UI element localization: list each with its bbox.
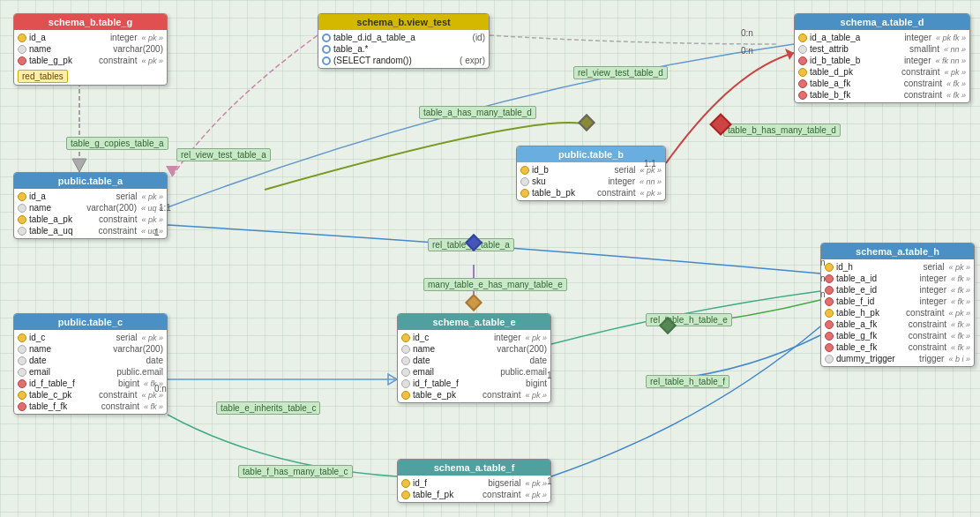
col-type: serial	[615, 165, 636, 175]
col-type: integer	[904, 56, 931, 65]
col-name: table_e_id	[836, 285, 916, 295]
col-type: public.email	[116, 367, 163, 377]
table-public_table_b: public.table_bid_bserial« pk »skuinteger…	[516, 146, 666, 201]
col-type: constraint	[909, 319, 946, 329]
col-badge: « fk »	[951, 332, 970, 341]
col-type: constraint	[904, 79, 942, 88]
label-0n-2: 0:n	[741, 46, 753, 56]
table-row: emailpublic.email	[398, 366, 550, 378]
col-icon-pk	[520, 189, 529, 198]
table-row: id_f_table_fbigint	[398, 378, 550, 389]
col-icon-circle-o	[322, 56, 331, 65]
col-type: constraint	[483, 390, 520, 400]
col-badge: « pk fk »	[936, 34, 966, 42]
col-icon-fk	[798, 79, 807, 88]
col-type: constraint	[906, 308, 944, 318]
col-type: constraint	[101, 401, 139, 411]
col-type: (id)	[473, 33, 485, 42]
label-table-f-has-many-table-c: table_f_has_many_table_c	[238, 465, 353, 478]
table-row: table_g_fkconstraint« fk »	[821, 330, 974, 341]
col-type: bigserial	[488, 478, 520, 488]
col-name: table_c_pk	[29, 390, 96, 400]
col-name: table_d.id_a_table_a	[333, 33, 470, 42]
col-type: integer	[919, 296, 946, 306]
col-badge: « fk »	[951, 297, 970, 306]
table-row: id_bserial« pk »	[517, 164, 665, 176]
table-row: namevarchar(200)« uq »	[14, 202, 167, 214]
col-badge: « pk »	[141, 56, 163, 65]
col-type: date	[530, 356, 547, 365]
col-icon-none	[401, 356, 410, 365]
label-table-e-inherits-table-c: table_e_inherits_table_c	[216, 401, 320, 415]
col-type: constraint	[597, 188, 635, 198]
col-icon-fk	[825, 297, 834, 306]
col-name: table_g_fk	[836, 331, 906, 341]
col-icon-none	[401, 368, 410, 377]
table-row: id_a_table_ainteger« pk fk »	[795, 32, 969, 43]
table-row: id_cserial« pk »	[14, 332, 167, 343]
col-type: constraint	[99, 214, 137, 224]
col-name: id_c	[413, 333, 491, 342]
col-type: bigint	[118, 378, 139, 388]
col-icon-pk	[520, 166, 529, 175]
label-0n-c: 0:n	[154, 384, 167, 393]
col-badge: « fk nn »	[935, 56, 966, 65]
col-name: table_h_pk	[836, 308, 903, 318]
table-row: table_b_fkconstraint« fk »	[795, 89, 969, 101]
col-type: varchar(200)	[113, 44, 163, 54]
col-type: smallint	[909, 44, 939, 54]
col-type: integer	[904, 33, 931, 42]
col-name: name	[413, 344, 494, 354]
label-1-e: 1	[547, 371, 552, 380]
table-row: id_ainteger« pk »	[14, 32, 167, 43]
col-icon-fk	[18, 402, 26, 411]
table-row: table_e_idinteger« fk »	[821, 284, 974, 296]
col-type: varchar(200)	[497, 344, 547, 354]
col-type: integer	[608, 176, 635, 186]
label-table-b-has-many-table-d: table_b_has_many_table_d	[723, 124, 841, 137]
col-name: test_attrib	[810, 44, 907, 54]
label-rel-view-test-table-a: rel_view_test_table_a	[176, 148, 271, 161]
col-badge: « pk »	[948, 263, 970, 272]
table-row: namevarchar(200)	[398, 343, 550, 355]
col-name: table_g_pk	[29, 56, 96, 65]
table-row: id_hserial« pk »	[821, 261, 974, 273]
table-schema_b_table_g: schema_b.table_gid_ainteger« pk »namevar…	[13, 13, 168, 86]
col-name: (SELECT random())	[333, 56, 457, 65]
col-badge: « uq »	[141, 227, 163, 236]
table-header-schema_a_table_d: schema_a.table_d	[795, 14, 969, 30]
table-schema_a_table_e: schema_a.table_eid_cinteger« pk »namevar…	[397, 313, 551, 403]
col-badge: « fk »	[951, 286, 970, 295]
col-name: id_b	[532, 165, 612, 175]
col-icon-fk	[825, 286, 834, 295]
table-row: table_e_fkconstraint« fk »	[821, 341, 974, 353]
col-icon-pk	[798, 34, 807, 42]
col-name: sku	[532, 176, 605, 186]
table-public_table_c: public.table_cid_cserial« pk »namevarcha…	[13, 313, 168, 415]
col-name: table_f_fk	[29, 401, 99, 411]
col-icon-pk	[825, 263, 834, 272]
col-type: trigger	[919, 354, 944, 363]
col-name: id_a	[29, 191, 114, 201]
table-row: table_a_fkconstraint« fk »	[795, 78, 969, 89]
col-icon-fk	[825, 343, 834, 352]
table-row: id_f_table_fbigint« fk »	[14, 378, 167, 389]
col-name: table_a_pk	[29, 214, 96, 224]
table-row: table_a_uqconstraint« uq »	[14, 225, 167, 236]
col-name: table_f_pk	[413, 490, 480, 499]
label-n-h2: n	[820, 273, 826, 283]
label-table-g-copies-table-a: table_g_copies_table_a	[66, 137, 168, 150]
col-type: ( expr)	[460, 56, 485, 65]
col-badge: « pk »	[948, 309, 970, 318]
col-name: id_a	[29, 33, 108, 42]
col-badge: « pk »	[525, 491, 547, 499]
col-icon-fk	[825, 320, 834, 329]
label-1-1-b: 1:1	[644, 159, 656, 169]
table-row: datedate	[398, 355, 550, 366]
col-icon-pk	[401, 479, 410, 488]
label-rel-table-h-table-f: rel_table_h_table_f	[646, 375, 729, 388]
col-name: name	[29, 203, 84, 213]
col-badge: « pk »	[640, 189, 662, 198]
table-body-schema_a_table_f: id_fbigserial« pk »table_f_pkconstraint«…	[398, 476, 550, 502]
table-header-public_table_b: public.table_b	[517, 146, 665, 162]
